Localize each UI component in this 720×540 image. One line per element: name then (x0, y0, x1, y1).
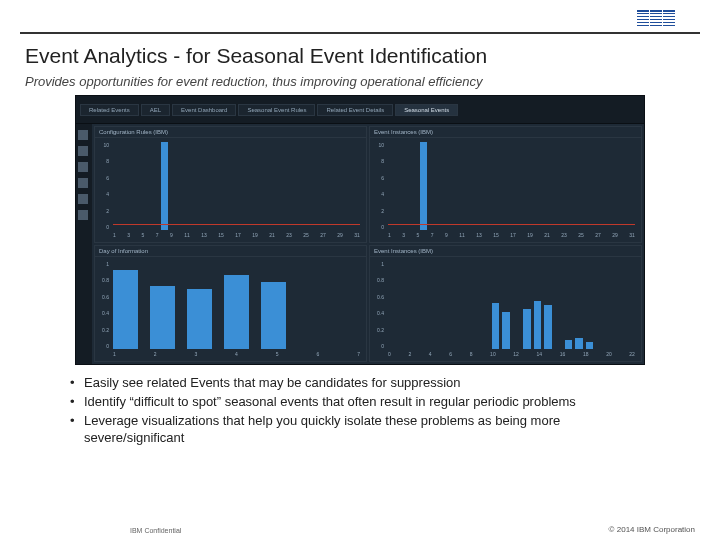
tool-icon[interactable] (78, 178, 88, 188)
page-subtitle: Provides opportunities for event reducti… (0, 72, 720, 95)
bar (261, 282, 286, 349)
chart-grid: Configuration Rules (IBM) 1086420 135791… (92, 124, 644, 364)
bar (565, 340, 572, 349)
chart-plot: 10.80.60.40.20 0246810121416182022 (370, 257, 641, 361)
chart-title: Event Instances (IBM) (370, 246, 641, 257)
tab-related-details[interactable]: Related Event Details (317, 104, 393, 116)
ibm-logo (637, 10, 675, 26)
bar (523, 309, 530, 349)
app-screenshot: Related Events AEL Event Dashboard Seaso… (75, 95, 645, 365)
x-axis: 1234567 (113, 351, 360, 361)
bar (150, 286, 175, 349)
tab-related-events[interactable]: Related Events (80, 104, 139, 116)
confidential-label: IBM Confidential (130, 527, 181, 534)
chart-title: Day of Information (95, 246, 366, 257)
chart-panel-3: Day of Information 10.80.60.40.20 123456… (94, 245, 367, 362)
side-toolbar (76, 124, 92, 364)
bar (420, 142, 427, 230)
chart-panel-4: Event Instances (IBM) 10.80.60.40.20 024… (369, 245, 642, 362)
bullet-item: Leverage visualizations that help you qu… (70, 413, 660, 447)
chart-plot: 1086420 135791113151719212325272931 (370, 138, 641, 242)
chart-panel-2: Event Instances (IBM) 1086420 1357911131… (369, 126, 642, 243)
bars (113, 142, 360, 230)
bullet-list: Easily see related Events that may be ca… (0, 365, 720, 447)
bar (187, 289, 212, 349)
bars (388, 261, 635, 349)
page-title: Event Analytics - for Seasonal Event Ide… (25, 44, 695, 68)
tab-event-dashboard[interactable]: Event Dashboard (172, 104, 236, 116)
tool-icon[interactable] (78, 162, 88, 172)
bar (575, 338, 582, 349)
bullet-item: Easily see related Events that may be ca… (70, 375, 660, 392)
bars (388, 142, 635, 230)
copyright: © 2014 IBM Corporation (609, 525, 695, 534)
y-axis: 10.80.60.40.20 (370, 261, 386, 349)
chart-title: Configuration Rules (IBM) (95, 127, 366, 138)
bar (502, 312, 509, 349)
bars (113, 261, 360, 349)
y-axis: 1086420 (95, 142, 111, 230)
tool-icon[interactable] (78, 130, 88, 140)
tool-icon[interactable] (78, 210, 88, 220)
bar (113, 270, 138, 349)
header (20, 0, 700, 34)
threshold-line (388, 224, 635, 225)
x-axis: 0246810121416182022 (388, 351, 635, 361)
chart-title: Event Instances (IBM) (370, 127, 641, 138)
y-axis: 10.80.60.40.20 (95, 261, 111, 349)
bar (492, 303, 499, 349)
bar (161, 142, 168, 230)
x-axis: 135791113151719212325272931 (113, 232, 360, 242)
bar (224, 275, 249, 349)
chart-plot: 10.80.60.40.20 1234567 (95, 257, 366, 361)
tab-seasonal-events[interactable]: Seasonal Events (395, 104, 458, 116)
tool-icon[interactable] (78, 194, 88, 204)
bullet-item: Identify “difficult to spot” seasonal ev… (70, 394, 660, 411)
x-axis: 135791113151719212325272931 (388, 232, 635, 242)
chart-panel-1: Configuration Rules (IBM) 1086420 135791… (94, 126, 367, 243)
tab-ael[interactable]: AEL (141, 104, 170, 116)
bar (586, 342, 593, 349)
threshold-line (113, 224, 360, 225)
tab-seasonal-rules[interactable]: Seasonal Event Rules (238, 104, 315, 116)
chart-plot: 1086420 135791113151719212325272931 (95, 138, 366, 242)
tab-bar: Related Events AEL Event Dashboard Seaso… (76, 96, 644, 124)
tool-icon[interactable] (78, 146, 88, 156)
bar (544, 305, 551, 349)
title-block: Event Analytics - for Seasonal Event Ide… (0, 34, 720, 72)
bar (534, 301, 541, 349)
y-axis: 1086420 (370, 142, 386, 230)
